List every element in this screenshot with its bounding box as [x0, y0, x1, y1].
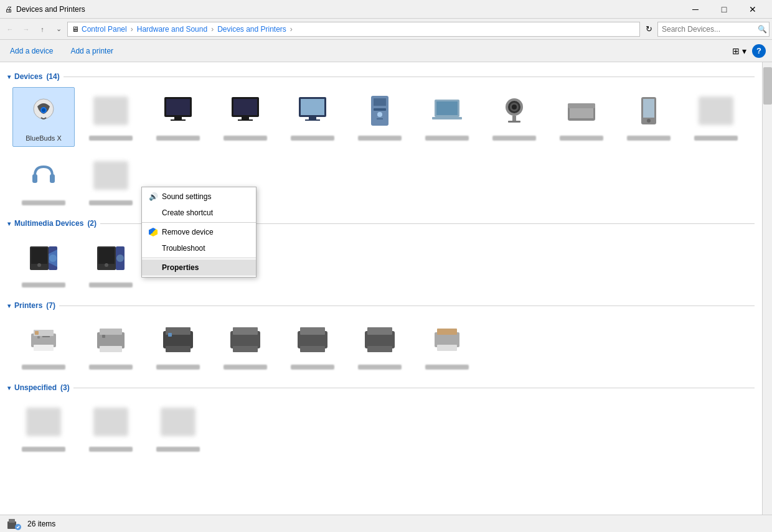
svg-rect-59: [166, 346, 191, 352]
scrollbar-thumb[interactable]: [763, 67, 772, 105]
status-icon: [6, 516, 21, 531]
monitor2-label: [224, 136, 267, 141]
maximize-button[interactable]: □: [710, 0, 738, 19]
properties-icon: [148, 263, 158, 273]
devices-collapse-arrow[interactable]: ▾: [7, 73, 11, 80]
printer-2[interactable]: [80, 316, 142, 373]
printer3-icon: [158, 320, 198, 360]
svg-rect-55: [100, 346, 122, 352]
breadcrumb-sep-2: ›: [211, 25, 214, 34]
printer6-icon: [360, 320, 400, 360]
refresh-button[interactable]: ↻: [641, 22, 656, 37]
breadcrumb-hardware-sound[interactable]: Hardware and Sound: [137, 25, 207, 34]
dropdown-button[interactable]: ⌄: [51, 22, 66, 37]
device-blur-3[interactable]: [80, 152, 142, 209]
context-remove-device[interactable]: Remove device: [142, 224, 256, 240]
printer-6[interactable]: [349, 316, 411, 373]
speaker-icon: 🔊: [148, 192, 158, 202]
up-button[interactable]: ↑: [35, 22, 50, 37]
printer1-label: [22, 365, 65, 370]
properties-label: Properties: [162, 263, 199, 272]
svg-rect-28: [508, 121, 520, 123]
svg-rect-21: [436, 101, 458, 115]
device-monitor-2[interactable]: [214, 87, 276, 147]
device-blur-icon-2: [696, 91, 736, 131]
printer-4[interactable]: [214, 316, 276, 373]
device-monitor-1[interactable]: [147, 87, 209, 147]
device-scanner-1[interactable]: [550, 87, 613, 147]
svg-rect-66: [300, 346, 325, 352]
back-button[interactable]: ←: [2, 22, 17, 37]
title-bar: 🖨 Devices and Printers ─ □ ✕: [0, 0, 772, 19]
printer-5[interactable]: [281, 316, 344, 373]
scanner1-label: [560, 136, 603, 141]
printer1-icon: [24, 320, 64, 360]
forward-button[interactable]: →: [19, 22, 34, 37]
status-bar: 26 items: [0, 515, 772, 532]
printer-3[interactable]: [147, 316, 209, 373]
unspecified-device-3[interactable]: [147, 398, 209, 455]
device-webcam-1[interactable]: [483, 87, 545, 147]
unspecified-device-2[interactable]: [80, 398, 142, 455]
device-laptop-1[interactable]: [416, 87, 478, 147]
unspecified2-label: [89, 447, 133, 452]
svg-rect-50: [37, 336, 40, 338]
context-properties[interactable]: Properties: [142, 259, 256, 276]
multimedia-section-count: (2): [87, 219, 96, 228]
bluebuds-icon: [24, 91, 64, 131]
sound-settings-label: Sound settings: [162, 192, 211, 201]
printers-collapse-arrow[interactable]: ▾: [7, 302, 11, 309]
device-blur-icon-1: [91, 91, 131, 131]
device-bluebuds-x[interactable]: BlueBuds X: [12, 87, 75, 147]
svg-point-26: [512, 105, 517, 110]
svg-point-46: [116, 254, 124, 262]
svg-rect-54: [100, 329, 122, 335]
printers-section-label: Printers: [14, 301, 42, 310]
scanner1-icon: [562, 91, 601, 131]
headset2-label: [22, 200, 65, 205]
svg-rect-6: [171, 119, 186, 121]
printer-1[interactable]: [12, 316, 75, 373]
device-handheld-1[interactable]: [618, 87, 680, 147]
multimedia2-icon: [91, 238, 131, 278]
shield-remove-icon: [148, 227, 158, 237]
help-button[interactable]: ?: [752, 44, 766, 58]
window-icon: 🖨: [5, 5, 12, 14]
printer2-label: [89, 365, 133, 370]
printers-divider: [59, 306, 755, 306]
context-troubleshoot[interactable]: Troubleshoot: [142, 240, 256, 256]
device-blur-2[interactable]: [685, 87, 747, 147]
device-tower-1[interactable]: [349, 87, 411, 147]
breadcrumb-control-panel[interactable]: Control Panel: [82, 25, 127, 34]
svg-rect-35: [32, 174, 37, 183]
unspecified-device-1[interactable]: [12, 398, 75, 455]
breadcrumb-devices-printers[interactable]: Devices and Printers: [217, 25, 286, 34]
multimedia-device-1[interactable]: [12, 234, 75, 291]
device-monitor-3[interactable]: [281, 87, 344, 147]
add-device-button[interactable]: Add a device: [6, 44, 57, 58]
svg-rect-17: [374, 108, 386, 111]
context-sound-settings[interactable]: 🔊 Sound settings: [142, 189, 256, 205]
multimedia2-label: [89, 282, 133, 287]
svg-rect-38: [31, 248, 47, 264]
shortcut-icon: [148, 208, 158, 218]
minimize-button[interactable]: ─: [681, 0, 710, 19]
search-input[interactable]: [662, 25, 755, 34]
printers-section-header: ▾ Printers (7): [7, 301, 755, 310]
printer4-label: [224, 365, 267, 370]
monitor3-label: [291, 136, 334, 141]
view-options-button[interactable]: ⊞ ▾: [729, 44, 750, 58]
close-button[interactable]: ✕: [738, 0, 767, 19]
add-printer-button[interactable]: Add a printer: [67, 44, 117, 58]
printer-7[interactable]: [416, 316, 478, 373]
device-headset-2[interactable]: [12, 152, 75, 209]
unspecified3-icon: [158, 402, 198, 442]
breadcrumb-sep-1: ›: [131, 25, 133, 34]
device-blur-1[interactable]: [80, 87, 142, 147]
context-create-shortcut[interactable]: Create shortcut: [142, 205, 256, 221]
multimedia-device-2[interactable]: [80, 234, 142, 291]
multimedia-collapse-arrow[interactable]: ▾: [7, 220, 11, 227]
window-title: Devices and Printers: [16, 5, 85, 14]
unspecified-collapse-arrow[interactable]: ▾: [7, 385, 11, 391]
printer3-label: [156, 365, 200, 370]
